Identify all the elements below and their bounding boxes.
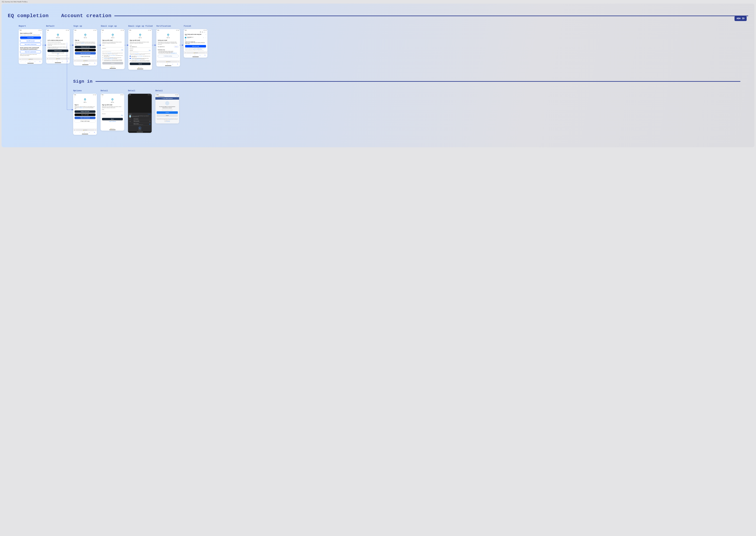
back-button[interactable]: ‹ xyxy=(156,31,180,33)
resend-button[interactable]: Resend xyxy=(174,46,179,48)
back-button[interactable]: ‹ xyxy=(101,31,124,33)
signin-apple-button[interactable]: Sign in with Apple xyxy=(75,114,95,116)
back-button[interactable]: ‹ xyxy=(73,96,97,98)
fb-privacy-link[interactable]: Privacy Policy xyxy=(166,121,170,122)
submit-signin-button[interactable]: Sign in xyxy=(102,118,123,120)
email-input[interactable] xyxy=(102,110,123,112)
privacy-link[interactable]: Privacy Policy xyxy=(107,52,112,53)
edit-name-icon[interactable]: ✎ xyxy=(150,118,151,119)
reload-icon[interactable]: ⟳ xyxy=(206,52,206,53)
signup-facebook-button[interactable]: f Sign up with Facebook xyxy=(75,52,96,54)
tabs-icon[interactable]: ⧉ xyxy=(67,60,68,62)
login-link[interactable]: Log in xyxy=(57,53,59,54)
text-size-icon[interactable]: ᴀA xyxy=(185,52,186,53)
create-link[interactable]: create (3.2) xyxy=(104,58,107,59)
gmail-back-icon[interactable]: ← xyxy=(185,32,186,33)
ada-com-link[interactable]: ada.com xyxy=(80,107,83,108)
reload-icon[interactable]: ⟳ xyxy=(95,129,96,130)
share-icon[interactable]: ⇪ xyxy=(57,60,58,62)
bookmarks-icon[interactable]: ▭ xyxy=(172,63,173,65)
share-icon[interactable]: ⇪ xyxy=(194,55,195,56)
share-email-radio[interactable] xyxy=(149,121,151,122)
signin-email-button[interactable]: ✉ Sign in with email xyxy=(75,110,95,113)
reload-icon[interactable]: ⟳ xyxy=(179,61,179,62)
reload-icon[interactable]: ⟳ xyxy=(41,59,41,60)
bookmarks-icon[interactable]: ▭ xyxy=(89,63,90,64)
email-input[interactable]: hans.vg@mail.com xyxy=(130,46,151,48)
support-email-link[interactable]: support@ada.com xyxy=(171,53,177,53)
tabs-icon[interactable]: ⧉ xyxy=(94,132,95,133)
back-button[interactable]: ‹ xyxy=(46,31,70,33)
appleid-cancel-button[interactable]: Cancel xyxy=(148,114,151,115)
signin-facebook-button[interactable]: f Sign in with Facebook xyxy=(75,117,95,119)
signin-google-button[interactable]: G Sign in with Google xyxy=(75,120,95,122)
populate-link[interactable]: populate (3.18) xyxy=(136,59,141,59)
star-icon[interactable]: ☆ xyxy=(205,34,206,35)
reload-icon[interactable]: ⟳ xyxy=(68,58,69,59)
mail-icon[interactable]: ✉ xyxy=(204,32,204,33)
tabs-icon[interactable]: ⧉ xyxy=(94,63,95,64)
ada-com-link[interactable]: ada.com xyxy=(81,43,85,44)
bookmarks-icon[interactable]: ▭ xyxy=(62,60,63,62)
text-size-icon[interactable]: ᴀA xyxy=(47,58,48,59)
text-size-icon[interactable]: ᴀA xyxy=(157,61,158,62)
nav-back-icon[interactable]: ‹ xyxy=(48,60,49,62)
more-icon[interactable]: ⋮ xyxy=(177,96,178,97)
share-icon[interactable]: ⇪ xyxy=(84,63,85,64)
create-account-button[interactable]: Create an account xyxy=(48,50,68,52)
back-button[interactable]: ‹ xyxy=(74,31,97,33)
fb-continue-button[interactable]: Continue xyxy=(157,111,178,114)
nav-fwd-icon[interactable]: › xyxy=(25,61,25,62)
checkbox-health[interactable] xyxy=(102,57,103,58)
nav-fwd-icon[interactable]: › xyxy=(190,55,190,56)
nav-fwd-icon[interactable]: › xyxy=(80,63,80,64)
tabs-icon[interactable]: ⧉ xyxy=(40,61,40,62)
checkbox-terms[interactable] xyxy=(130,56,131,57)
fb-cancel-button[interactable]: Cancel xyxy=(157,114,178,117)
checkbox-emails[interactable] xyxy=(102,59,103,60)
password-input[interactable]: Show xyxy=(102,115,123,116)
share-icon[interactable]: ⇪ xyxy=(84,132,85,133)
privacy-link[interactable]: Privacy Policy xyxy=(135,53,139,54)
text-size-icon[interactable]: ᴀA xyxy=(19,59,20,60)
submit-signup-button[interactable]: Sign up xyxy=(102,62,123,64)
tabs-icon[interactable]: ⧉ xyxy=(177,63,178,65)
email-input[interactable] xyxy=(102,46,123,47)
hide-email-radio[interactable] xyxy=(149,124,151,125)
bookmarks-icon[interactable]: ▭ xyxy=(34,61,36,62)
checkbox-terms[interactable] xyxy=(102,55,103,56)
forgot-password-link[interactable]: I forgot my password xyxy=(109,121,116,122)
touchid-icon[interactable]: ◉ xyxy=(138,126,141,129)
password-input[interactable]: •••••••••••Show xyxy=(130,50,151,51)
share-icon[interactable]: ⇪ xyxy=(29,61,30,62)
nav-fwd-icon[interactable]: › xyxy=(80,132,80,133)
back-button[interactable]: ‹ xyxy=(128,31,152,33)
bookmarks-icon[interactable]: ▭ xyxy=(89,132,90,133)
url-bar[interactable]: 🔒 ada.com xyxy=(76,129,94,131)
share-link-button[interactable]: Share link to questionnaire xyxy=(20,50,41,53)
submit-signup-button[interactable]: Sign up xyxy=(130,63,151,65)
show-password-link[interactable]: Show xyxy=(121,50,123,50)
download-pdf-button[interactable]: Download PDF xyxy=(20,36,41,39)
share-icon[interactable]: ⇪ xyxy=(167,63,168,65)
signup-email-button[interactable]: ✉ Sign up with email xyxy=(75,46,96,48)
tabs-icon[interactable]: ⧉ xyxy=(205,55,205,56)
create-link[interactable]: create (3.2) xyxy=(131,59,135,59)
terms-link[interactable]: Terms and Conditions xyxy=(109,55,116,56)
nav-back-icon[interactable]: ‹ xyxy=(76,63,76,64)
url-bar[interactable]: 🔒 ada.com xyxy=(187,52,205,53)
send-pdf-email-button[interactable]: Send PDF via email xyxy=(20,40,41,42)
close-icon[interactable]: ✕ xyxy=(156,96,157,97)
url-bar[interactable]: 🔒 ada.com xyxy=(21,58,40,60)
reload-icon[interactable]: ⟳ xyxy=(96,60,96,61)
nav-back-icon[interactable]: ‹ xyxy=(21,61,21,62)
text-size-icon[interactable]: ᴀA xyxy=(74,60,75,61)
checkbox-health[interactable] xyxy=(130,58,131,59)
delete-icon[interactable]: 🗑 xyxy=(202,32,203,33)
fb-learn-link[interactable]: Learn more xyxy=(168,119,171,120)
show-password-link[interactable]: Show xyxy=(121,115,123,116)
populate-link[interactable]: populate (3.18) xyxy=(109,58,114,59)
reply-icon[interactable]: ↩ xyxy=(203,37,204,38)
verify-email-button[interactable]: Verify your email xyxy=(185,45,206,48)
close-icon[interactable]: ✕ xyxy=(40,33,41,34)
